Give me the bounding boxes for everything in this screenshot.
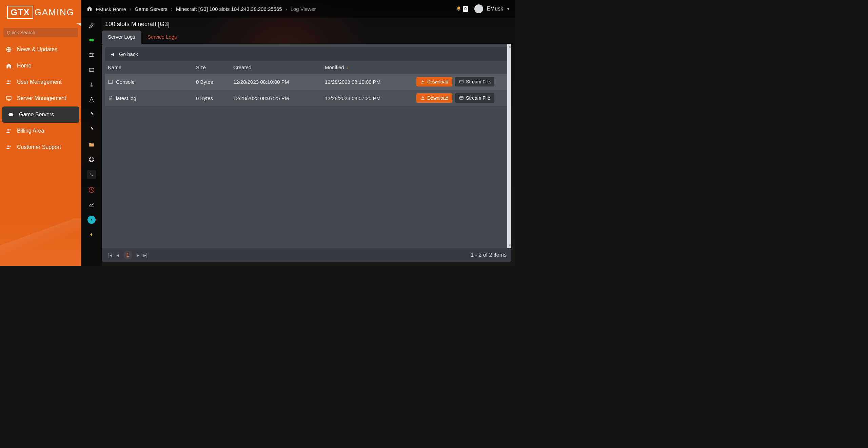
monitor-icon [5, 95, 12, 102]
gamepad-icon [7, 111, 14, 118]
svg-point-10 [90, 53, 91, 54]
file-name-cell: latest.log [108, 95, 196, 101]
rail-bolt-icon[interactable] [87, 231, 96, 239]
stream-file-button[interactable]: Stream File [455, 93, 494, 103]
svg-rect-17 [460, 80, 463, 83]
bell-icon [456, 6, 461, 12]
sidebar-item-label: User Management [17, 79, 62, 85]
table-row[interactable]: Console 0 Bytes 12/28/2023 08:10:00 PM 1… [105, 74, 508, 90]
sidebar: GTX GAMING News & Updates Home User Mana… [0, 0, 81, 266]
sidebar-item-label: Billing Area [17, 128, 44, 134]
col-size[interactable]: Size [196, 64, 233, 70]
pager-first[interactable]: |◂ [106, 252, 114, 258]
breadcrumb-item[interactable]: Game Servers [135, 6, 167, 12]
sidebar-item-game-servers[interactable]: Game Servers [2, 106, 79, 123]
scroll-down-icon[interactable]: ▼ [508, 243, 511, 248]
sidebar-lava-decoration [0, 218, 81, 266]
sidebar-item-users[interactable]: User Management [0, 74, 81, 90]
svg-rect-18 [460, 97, 463, 99]
rail-puzzle-icon[interactable] [87, 155, 96, 163]
tabs: Server Logs Service Logs [102, 31, 511, 44]
topbar: EMusk Home › Game Servers › Minecraft [G… [81, 0, 515, 18]
download-button[interactable]: Download [416, 93, 452, 103]
sort-desc-icon: ↓ [346, 65, 349, 70]
sidebar-item-billing[interactable]: Billing Area [0, 123, 81, 139]
breadcrumb-home[interactable]: EMusk Home [87, 6, 126, 12]
col-created[interactable]: Created [233, 64, 325, 70]
col-modified[interactable]: Modified ↓ [325, 64, 416, 70]
sidebar-item-server-mgmt[interactable]: Server Management [0, 90, 81, 106]
sidebar-nav: News & Updates Home User Management Serv… [0, 40, 81, 155]
go-back-button[interactable]: ◄ Go back [105, 47, 508, 61]
main: 100 slots Minecraft [G3] Server Logs Ser… [102, 18, 511, 262]
sidebar-item-support[interactable]: Customer Support [0, 139, 81, 155]
file-modified: 12/28/2023 08:07:25 PM [325, 95, 416, 101]
log-panel: ◄ Go back Name Size Created Modified ↓ C… [102, 44, 511, 262]
row-actions: Download Stream File [416, 77, 504, 86]
sidebar-item-label: Customer Support [17, 144, 61, 150]
rail-gamepad-icon[interactable] [87, 36, 96, 44]
topbar-right: 0 EMusk ▼ [456, 4, 510, 13]
col-actions [416, 64, 504, 70]
users-icon [5, 128, 12, 134]
file-size: 0 Bytes [196, 79, 233, 85]
brand-logo-right: GAMING [35, 7, 74, 18]
rail-gavel2-icon[interactable] [87, 125, 96, 134]
scrollbar[interactable]: ▲ ▼ [507, 44, 511, 248]
avatar-icon [474, 4, 483, 13]
pager: |◂ ◂ 1 ▸ ▸| 1 - 2 of 2 items [102, 248, 511, 262]
sidebar-search-wrap [0, 28, 81, 40]
svg-rect-16 [108, 80, 113, 84]
rail-folder-icon[interactable] [87, 140, 96, 149]
pager-last[interactable]: ▸| [142, 252, 149, 258]
file-icon [108, 95, 113, 101]
quick-search-input[interactable] [3, 28, 78, 37]
table-row[interactable]: latest.log 0 Bytes 12/28/2023 08:07:25 P… [105, 90, 508, 106]
svg-point-2 [9, 80, 11, 82]
file-name: latest.log [116, 95, 136, 101]
breadcrumb-item[interactable]: Minecraft [G3] 100 slots 104.243.38.206:… [176, 6, 282, 12]
file-size: 0 Bytes [196, 95, 233, 101]
brand-logo[interactable]: GTX GAMING [0, 0, 81, 24]
col-name[interactable]: Name [108, 64, 196, 70]
pager-next[interactable]: ▸ [134, 252, 142, 258]
svg-rect-4 [8, 113, 13, 116]
sidebar-item-news[interactable]: News & Updates [0, 41, 81, 58]
rail-sliders-icon[interactable] [87, 51, 96, 59]
window-icon [459, 96, 464, 100]
user-name: EMusk [487, 6, 503, 12]
chevron-right-icon: › [130, 6, 131, 12]
stream-file-button[interactable]: Stream File [455, 77, 494, 86]
notifications-button[interactable]: 0 [456, 6, 469, 12]
download-icon [420, 96, 425, 100]
chevron-right-icon: › [285, 6, 287, 12]
secondary-rail [81, 18, 102, 266]
rail-eye-icon[interactable] [87, 216, 96, 224]
table-body: Console 0 Bytes 12/28/2023 08:10:00 PM 1… [105, 74, 508, 106]
scroll-up-icon[interactable]: ▲ [508, 44, 511, 49]
file-modified: 12/28/2023 08:10:00 PM [325, 79, 416, 85]
arrow-left-icon: ◄ [110, 51, 115, 57]
rail-java-icon[interactable] [87, 81, 96, 89]
rail-chart-icon[interactable] [87, 201, 96, 209]
tab-server-logs[interactable]: Server Logs [102, 31, 141, 44]
breadcrumb-home-label: EMusk Home [96, 6, 126, 12]
file-name-cell: Console [108, 79, 196, 85]
rail-gavel-icon[interactable] [87, 111, 96, 119]
notifications-count: 0 [463, 6, 469, 12]
rail-clock-icon[interactable] [87, 186, 96, 194]
pager-page[interactable]: 1 [123, 251, 132, 259]
table-empty-space [105, 106, 508, 248]
rail-flask-icon[interactable] [87, 96, 96, 104]
pin-icon[interactable] [88, 22, 95, 29]
rail-terminal-icon[interactable] [87, 170, 96, 179]
sidebar-item-home[interactable]: Home [0, 58, 81, 74]
rail-keyboard-icon[interactable] [87, 66, 96, 74]
user-menu[interactable]: EMusk ▼ [474, 4, 510, 13]
tab-service-logs[interactable]: Service Logs [141, 31, 183, 44]
pager-prev[interactable]: ◂ [114, 252, 121, 258]
svg-point-11 [92, 54, 93, 55]
download-button[interactable]: Download [416, 77, 452, 86]
svg-point-7 [7, 145, 9, 147]
breadcrumb-current: Log Viewer [291, 6, 316, 12]
